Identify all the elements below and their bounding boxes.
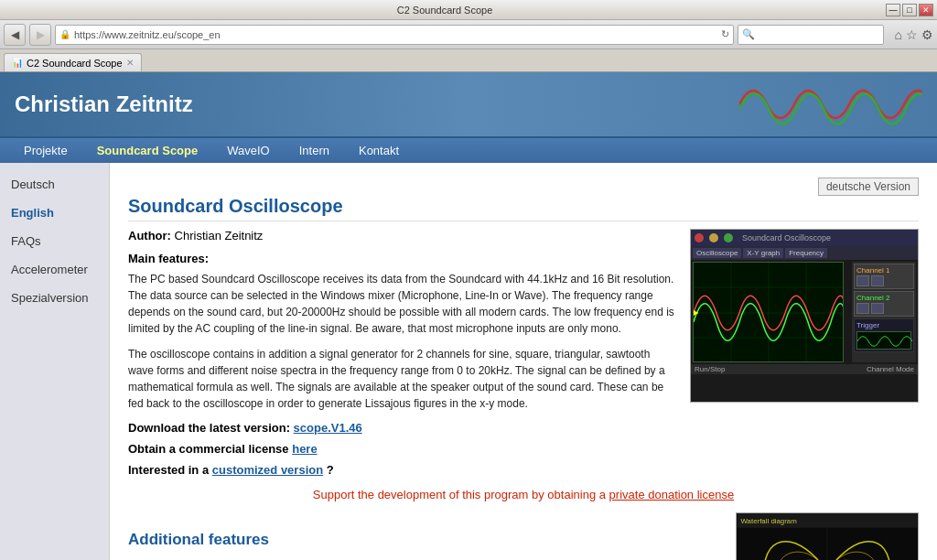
author-name: Christian Zeitnitz [175, 229, 264, 242]
top-section: Author: Christian Zeitnitz Main features… [128, 229, 919, 421]
browser-toolbar: ◀ ▶ 🔒 https://www.zeitnitz.eu/scope_en ↻… [0, 20, 937, 49]
nav-intern[interactable]: Intern [285, 138, 344, 163]
download-link[interactable]: scope.V1.46 [294, 421, 362, 435]
osc-ctrl-label2: Channel 2 [856, 294, 911, 302]
minimize-button[interactable]: — [886, 4, 900, 16]
address-text: https://www.zeitnitz.eu/scope_en [74, 29, 717, 40]
license-prefix: Obtain a commercial license [128, 442, 289, 456]
browser-tabs: 📊 C2 Soundcard Scope ✕ [0, 49, 937, 71]
nav-projekte[interactable]: Projekte [9, 138, 82, 163]
lock-icon: 🔒 [59, 29, 70, 39]
customize-prefix: Interested in a [128, 463, 209, 477]
search-icon: 🔍 [742, 28, 755, 40]
osc-waveform-svg [693, 262, 844, 362]
close-button[interactable]: ✕ [919, 4, 933, 16]
osc-title: Soundcard Oscilloscope [742, 233, 831, 242]
customize-suffix: ? [327, 463, 334, 477]
para1: The PC based Soundcard Oscilloscope rece… [128, 271, 675, 337]
sidebar-english[interactable]: English [0, 199, 109, 227]
support-prefix: Support the development of this program … [313, 488, 606, 501]
osc-mini-svg [857, 332, 912, 350]
titlebar-title: C2 Soundcard Scope [4, 5, 886, 16]
oscilloscope-screenshot: Soundcard Oscilloscope Oscilloscope X-Y … [690, 229, 919, 403]
bottom-section: Additional features Trigger modes: off, … [128, 512, 919, 560]
osc-max-btn [724, 233, 733, 242]
active-tab[interactable]: 📊 C2 Soundcard Scope ✕ [4, 53, 142, 71]
svg-text:Waterfall diagram: Waterfall diagram [740, 517, 797, 525]
browser-chrome: C2 Soundcard Scope — □ ✕ ◀ ▶ 🔒 https://w… [0, 0, 937, 72]
osc-status-text: Run/Stop [695, 365, 725, 373]
address-bar[interactable]: 🔒 https://www.zeitnitz.eu/scope_en ↻ [55, 25, 734, 45]
sine-waves-decoration [739, 81, 922, 127]
sidebar-accelerometer[interactable]: Accelerometer [0, 255, 109, 284]
tab-label: C2 Soundcard Scope [27, 58, 123, 69]
osc-tab1: Oscilloscope [693, 248, 741, 258]
osc-tab2: X-Y graph [743, 248, 783, 258]
top-text: Author: Christian Zeitnitz Main features… [128, 229, 675, 421]
site-nav: Projekte Soundcard Scope WaveIO Intern K… [0, 138, 937, 163]
sidebar-deutsch[interactable]: Deutsch [0, 170, 109, 199]
bottom-text: Additional features Trigger modes: off, … [128, 512, 721, 560]
osc-close-btn [695, 233, 704, 242]
maximize-button[interactable]: □ [902, 4, 917, 16]
license-link[interactable]: here [292, 442, 317, 456]
customize-line: Interested in a customized version ? [128, 463, 919, 477]
toolbar-icons: ⌂ ☆ ⚙ [895, 27, 933, 42]
browser-titlebar: C2 Soundcard Scope — □ ✕ [0, 0, 937, 20]
osc-controls: Channel 1 [854, 264, 914, 289]
nav-waveio[interactable]: WaveIO [212, 138, 284, 163]
download-line: Download the latest version: scope.V1.46 [128, 421, 919, 435]
osc-knob3 [856, 303, 869, 314]
additional-features-heading: Additional features [128, 531, 721, 549]
tab-close-icon[interactable]: ✕ [126, 58, 134, 68]
customize-link[interactable]: customized version [212, 463, 323, 477]
deutsche-version-button[interactable]: deutsche Version [818, 178, 919, 196]
lissajous-svg: Waterfall diagram 0 f [737, 513, 918, 560]
osc-controls2: Channel 2 [854, 291, 914, 317]
osc-header: Soundcard Oscilloscope [691, 230, 918, 246]
search-bar[interactable]: 🔍 [738, 25, 884, 45]
sidebar-spezialversion[interactable]: Spezialversion [0, 284, 109, 312]
forward-button[interactable]: ▶ [29, 24, 51, 46]
site-header: Christian Zeitnitz [0, 72, 937, 138]
osc-knob2 [871, 275, 884, 286]
osc-knob4 [871, 303, 884, 314]
site-title: Christian Zeitnitz [15, 92, 193, 117]
tab-icon: 📊 [12, 58, 23, 68]
sidebar: Deutsch English FAQs Accelerometer Spezi… [0, 163, 110, 560]
author-line: Author: Christian Zeitnitz [128, 229, 675, 242]
main-content: deutsche Version Soundcard Oscilloscope … [110, 163, 937, 560]
lissajous-screenshot: Waterfall diagram 0 f [736, 512, 919, 560]
content-area: Deutsch English FAQs Accelerometer Spezi… [0, 163, 937, 560]
titlebar-controls: — □ ✕ [886, 4, 933, 16]
site-wrapper: Christian Zeitnitz Projekte Soundcard Sc… [0, 72, 937, 560]
license-line: Obtain a commercial license here [128, 442, 919, 456]
sidebar-faqs[interactable]: FAQs [0, 227, 109, 255]
osc-knob1 [856, 275, 869, 286]
osc-tab3: Frequency [785, 248, 827, 258]
nav-soundcard[interactable]: Soundcard Scope [82, 138, 213, 163]
support-link[interactable]: private donation license [609, 488, 735, 501]
home-icon[interactable]: ⌂ [895, 27, 902, 42]
gear-icon[interactable]: ⚙ [921, 27, 933, 42]
osc-mini-display [856, 331, 911, 350]
page-heading: Soundcard Oscilloscope [128, 196, 919, 221]
osc-ctrl-label: Channel 1 [856, 266, 911, 275]
osc-trigger-label: Trigger [856, 321, 911, 329]
osc-status-bar: Run/Stop Channel Mode [691, 364, 918, 374]
author-label: Author: [128, 229, 171, 242]
features-label: Main features: [128, 252, 675, 265]
para2: The oscilloscope contains in addition a … [128, 346, 675, 412]
back-button[interactable]: ◀ [4, 24, 26, 46]
download-prefix: Download the latest version: [128, 421, 290, 435]
star-icon[interactable]: ☆ [906, 27, 918, 42]
osc-channel-mode: Channel Mode [867, 365, 914, 373]
refresh-icon[interactable]: ↻ [721, 28, 729, 40]
support-text: Support the development of this program … [128, 488, 919, 501]
osc-min-btn [709, 233, 718, 242]
osc-screen: Soundcard Oscilloscope Oscilloscope X-Y … [691, 230, 918, 402]
osc-trigger-section: Trigger [854, 318, 914, 352]
nav-kontakt[interactable]: Kontakt [344, 138, 414, 163]
